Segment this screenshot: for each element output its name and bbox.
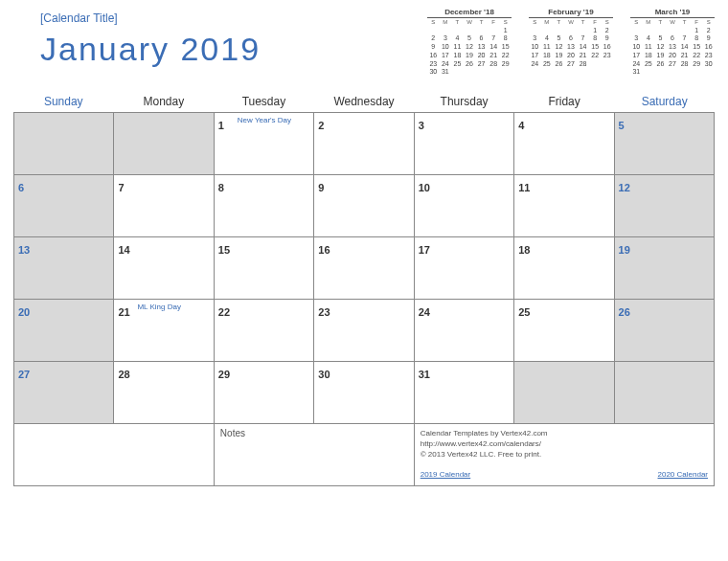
dow-row: SundayMondayTuesdayWednesdayThursdayFrid…	[13, 92, 715, 113]
day-cell: 8	[215, 175, 314, 237]
header: [Calendar Title] January 2019 December '…	[13, 8, 715, 92]
mini-calendar: February '19SMTWTFS123456789101112131415…	[529, 8, 613, 77]
day-cell: 27	[14, 362, 114, 424]
day-number: 3	[419, 120, 424, 131]
day-cell	[514, 362, 614, 424]
day-cell: 13	[14, 237, 114, 300]
mini-cal-title: February '19	[529, 8, 613, 18]
day-number: 22	[218, 306, 230, 318]
day-cell: 4	[514, 113, 614, 175]
credit-line: http://www.vertex42.com/calendars/	[421, 438, 708, 449]
day-cell: 6	[14, 175, 114, 237]
day-cell: 10	[415, 175, 514, 237]
day-cell: 20	[14, 300, 114, 362]
day-number: 2	[318, 120, 324, 131]
day-cell: 1New Year's Day	[215, 113, 314, 175]
dow-label: Tuesday	[214, 92, 314, 112]
event-label: ML King Day	[137, 303, 181, 311]
day-number: 11	[518, 182, 530, 193]
day-number: 9	[318, 182, 324, 193]
dow-label: Monday	[114, 92, 215, 112]
day-number: 27	[18, 369, 30, 380]
bottom-row: Notes Calendar Templates by Vertex42.com…	[13, 424, 715, 486]
day-number: 31	[419, 369, 430, 380]
day-number: 18	[518, 244, 530, 256]
day-number: 7	[118, 182, 124, 193]
day-number: 5	[619, 120, 625, 131]
day-cell: 16	[314, 237, 414, 300]
day-cell: 5	[615, 113, 715, 175]
credit-line: Calendar Templates by Vertex42.com	[421, 428, 708, 438]
link-2019[interactable]: 2019 Calendar	[421, 470, 470, 479]
day-cell: 25	[514, 300, 614, 362]
day-number: 29	[218, 369, 230, 380]
day-cell: 2	[314, 113, 414, 175]
day-number: 15	[218, 244, 230, 256]
day-number: 23	[318, 306, 330, 318]
day-cell: 7	[114, 175, 214, 237]
credits-cell: Calendar Templates by Vertex42.com http:…	[415, 424, 715, 486]
day-number: 17	[419, 244, 430, 256]
dow-label: Friday	[514, 92, 615, 112]
day-number: 16	[318, 244, 330, 256]
day-number: 13	[18, 244, 30, 256]
mini-calendar: December '18SMTWTFS123456789101112131415…	[427, 8, 512, 77]
notes-label: Notes	[220, 428, 245, 438]
day-cell: 28	[114, 362, 214, 424]
day-cell: 18	[514, 237, 614, 300]
day-cell: 23	[314, 300, 414, 362]
dow-label: Saturday	[614, 92, 715, 112]
day-cell: 9	[314, 175, 414, 237]
day-cell	[114, 113, 214, 175]
day-number: 26	[619, 306, 630, 318]
day-cell: 19	[615, 237, 715, 300]
day-number: 24	[419, 306, 430, 318]
mini-calendar: March '19SMTWTFS123456789101112131415161…	[630, 8, 715, 77]
day-cell: 12	[615, 175, 715, 237]
day-cell: 11	[514, 175, 614, 237]
day-number: 28	[118, 369, 129, 380]
calendar-grid: 1New Year's Day2345678910111213141516171…	[13, 113, 715, 424]
day-number: 25	[518, 306, 530, 318]
dow-label: Thursday	[414, 92, 514, 112]
day-cell: 3	[415, 113, 514, 175]
day-cell: 29	[215, 362, 314, 424]
day-cell: 15	[215, 237, 314, 300]
day-cell: 30	[314, 362, 414, 424]
day-cell: 22	[215, 300, 314, 362]
day-number: 20	[18, 306, 30, 318]
day-number: 4	[518, 120, 524, 131]
notes-cell: Notes	[215, 424, 415, 486]
day-cell: 17	[415, 237, 514, 300]
mini-calendars: December '18SMTWTFS123456789101112131415…	[427, 8, 715, 77]
day-cell: 14	[114, 237, 214, 300]
day-number: 21	[118, 306, 129, 318]
day-number: 10	[419, 182, 430, 193]
dow-label: Sunday	[13, 92, 114, 112]
link-2020[interactable]: 2020 Calendar	[658, 470, 708, 479]
dow-label: Wednesday	[314, 92, 415, 112]
day-cell: 21ML King Day	[114, 300, 214, 362]
blank-cell	[14, 424, 215, 486]
event-label: New Year's Day	[238, 116, 291, 124]
day-cell	[14, 113, 114, 175]
day-number: 6	[18, 182, 24, 193]
day-number: 14	[118, 244, 129, 256]
day-cell: 26	[615, 300, 715, 362]
day-number: 12	[619, 182, 630, 193]
day-number: 8	[218, 182, 224, 193]
mini-cal-title: March '19	[630, 8, 715, 18]
credit-line: © 2013 Vertex42 LLC. Free to print.	[421, 449, 708, 460]
day-number: 1	[218, 120, 224, 131]
day-number: 19	[619, 244, 630, 256]
day-cell: 31	[415, 362, 514, 424]
day-number: 30	[318, 369, 330, 380]
mini-cal-title: December '18	[427, 8, 512, 18]
day-cell	[615, 362, 715, 424]
day-cell: 24	[415, 300, 514, 362]
